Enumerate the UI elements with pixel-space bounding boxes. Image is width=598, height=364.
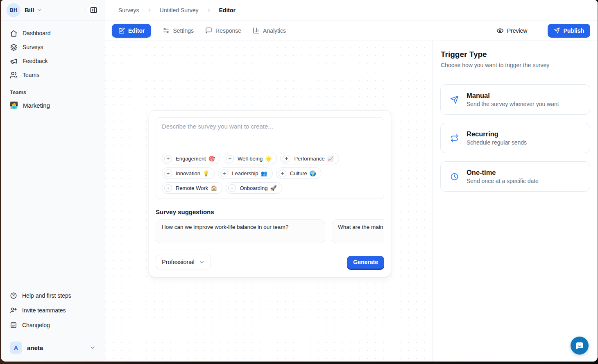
sidebar-item-help[interactable]: Help and first steps bbox=[6, 288, 100, 303]
sidebar-footer: Help and first steps Invite teammates Ch… bbox=[1, 285, 105, 362]
clock-icon bbox=[450, 172, 459, 181]
chip-well-being[interactable]: Well-being 🌟 bbox=[224, 153, 277, 164]
send-icon bbox=[450, 95, 459, 104]
chip-onboarding[interactable]: Onboarding 🚀 bbox=[226, 182, 282, 194]
suggestion-card[interactable]: What are the main ob bbox=[332, 219, 384, 243]
sidebar-collapse-button[interactable] bbox=[87, 4, 100, 17]
tab-editor[interactable]: Editor bbox=[112, 24, 151, 38]
workspace-name[interactable]: Bill bbox=[25, 7, 34, 14]
trigger-option-title: Manual bbox=[467, 92, 559, 99]
sidebar-divider bbox=[7, 336, 98, 336]
preview-label: Preview bbox=[507, 27, 528, 34]
sidebar-item-dashboard[interactable]: Dashboard bbox=[6, 26, 100, 40]
ai-composer-card: Engagement 🎯 Well-being 🌟 Performance bbox=[149, 110, 391, 277]
trigger-option-title: Recurring bbox=[467, 130, 527, 138]
trigger-option-recurring[interactable]: Recurring Schedule regular sends bbox=[440, 123, 590, 153]
chip-remote-work[interactable]: Remote Work 🏠 bbox=[162, 182, 222, 194]
tab-analytics[interactable]: Analytics bbox=[253, 27, 286, 34]
trigger-option-one-time[interactable]: One-time Send once at a specific date bbox=[440, 161, 590, 192]
chip-performance[interactable]: Performance 📈 bbox=[280, 153, 339, 164]
trigger-option-text: Recurring Schedule regular sends bbox=[467, 130, 527, 146]
plus-icon bbox=[283, 155, 290, 163]
main-area: Surveys Untitled Survey Editor Editor bbox=[105, 0, 598, 362]
trigger-option-description: Schedule regular sends bbox=[467, 139, 527, 146]
team-emoji: 🧑‍💻 bbox=[10, 102, 18, 109]
breadcrumb-item-untitled-survey[interactable]: Untitled Survey bbox=[160, 7, 199, 14]
help-circle-icon bbox=[10, 292, 17, 299]
workspace-header: BH Bill bbox=[1, 0, 105, 20]
send-icon bbox=[554, 27, 560, 34]
panel-right-icon bbox=[90, 6, 97, 14]
chevron-right-icon bbox=[147, 7, 152, 13]
chip-emoji: 🏠 bbox=[211, 185, 217, 191]
trigger-option-manual[interactable]: Manual Send the survey whenever you want bbox=[440, 84, 590, 115]
chip-engagement[interactable]: Engagement 🎯 bbox=[162, 153, 220, 164]
sidebar-item-teams[interactable]: Teams bbox=[6, 68, 100, 82]
preview-button[interactable]: Preview bbox=[496, 27, 528, 34]
survey-description-input[interactable] bbox=[162, 123, 378, 149]
sidebar-item-label: Help and first steps bbox=[22, 292, 71, 299]
chat-launcher-button[interactable] bbox=[571, 337, 589, 355]
chat-bubble-icon bbox=[575, 341, 584, 350]
teams-section-label: Teams bbox=[6, 82, 100, 98]
chevron-down-icon[interactable] bbox=[36, 7, 43, 13]
trigger-option-description: Send the survey whenever you want bbox=[467, 101, 559, 107]
sidebar: BH Bill Dashboard Surv bbox=[1, 0, 105, 362]
sidebar-item-invite[interactable]: Invite teammates bbox=[6, 303, 100, 318]
publish-button[interactable]: Publish bbox=[548, 24, 590, 38]
megaphone-icon bbox=[10, 57, 18, 65]
sidebar-item-label: Changelog bbox=[22, 322, 50, 328]
breadcrumb-item-editor: Editor bbox=[219, 7, 236, 14]
chip-emoji: 🎯 bbox=[208, 156, 215, 161]
tone-value: Professional bbox=[162, 259, 195, 265]
sliders-icon bbox=[163, 27, 170, 34]
content-row: Engagement 🎯 Well-being 🌟 Performance bbox=[105, 41, 598, 362]
breadcrumb: Surveys Untitled Survey Editor bbox=[105, 0, 598, 20]
sidebar-item-team-marketing[interactable]: 🧑‍💻 Marketing bbox=[6, 98, 100, 113]
account-menu[interactable]: A aneta bbox=[6, 339, 100, 357]
sidebar-item-feedback[interactable]: Feedback bbox=[6, 54, 100, 68]
eye-icon bbox=[496, 27, 504, 34]
plus-icon bbox=[164, 155, 172, 163]
tab-label: Response bbox=[215, 27, 241, 34]
team-name: Marketing bbox=[23, 102, 50, 109]
trigger-option-description: Send once at a specific date bbox=[467, 178, 539, 184]
chip-emoji: 🌟 bbox=[265, 156, 272, 161]
account-avatar: A bbox=[10, 341, 22, 354]
sidebar-item-changelog[interactable]: Changelog bbox=[6, 318, 100, 332]
plus-icon bbox=[164, 184, 172, 192]
chip-emoji: 📈 bbox=[327, 156, 334, 161]
chevron-down-icon bbox=[199, 259, 205, 265]
newspaper-icon bbox=[10, 321, 17, 329]
tone-select[interactable]: Professional bbox=[156, 255, 211, 269]
breadcrumb-item-surveys[interactable]: Surveys bbox=[118, 7, 139, 14]
suggestion-card[interactable]: How can we improve work-life balance in … bbox=[156, 219, 325, 243]
tab-response[interactable]: Response bbox=[205, 27, 241, 34]
sidebar-item-label: Invite teammates bbox=[22, 307, 66, 314]
users-icon bbox=[10, 71, 18, 79]
generate-button[interactable]: Generate bbox=[347, 256, 384, 269]
composer-footer: Professional Generate bbox=[149, 249, 391, 272]
chip-leadership[interactable]: Leadership 👥 bbox=[218, 167, 273, 179]
trigger-option-title: One-time bbox=[467, 169, 539, 176]
tab-label: Editor bbox=[128, 27, 145, 34]
tab-settings[interactable]: Settings bbox=[163, 27, 194, 34]
app-window: BH Bill Dashboard Surv bbox=[1, 0, 598, 362]
message-square-icon bbox=[205, 27, 212, 34]
edit-icon bbox=[118, 27, 125, 34]
editor-canvas[interactable]: Engagement 🎯 Well-being 🌟 Performance bbox=[105, 41, 433, 362]
suggestions-row: How can we improve work-life balance in … bbox=[156, 219, 384, 243]
sidebar-item-surveys[interactable]: Surveys bbox=[6, 40, 100, 54]
plus-icon bbox=[228, 184, 236, 192]
chip-culture[interactable]: Culture 🌍 bbox=[276, 167, 322, 179]
chip-innovation[interactable]: Innovation 💡 bbox=[162, 167, 215, 179]
plus-icon bbox=[220, 170, 228, 177]
composer-input-box: Engagement 🎯 Well-being 🌟 Performance bbox=[156, 117, 384, 199]
sidebar-item-label: Surveys bbox=[23, 44, 43, 50]
trigger-option-text: One-time Send once at a specific date bbox=[467, 169, 539, 184]
trigger-options: Manual Send the survey whenever you want… bbox=[433, 76, 598, 200]
chevron-down-icon bbox=[89, 344, 96, 351]
chip-emoji: 👥 bbox=[261, 171, 267, 176]
plus-icon bbox=[164, 170, 172, 177]
user-plus-icon bbox=[10, 307, 17, 314]
